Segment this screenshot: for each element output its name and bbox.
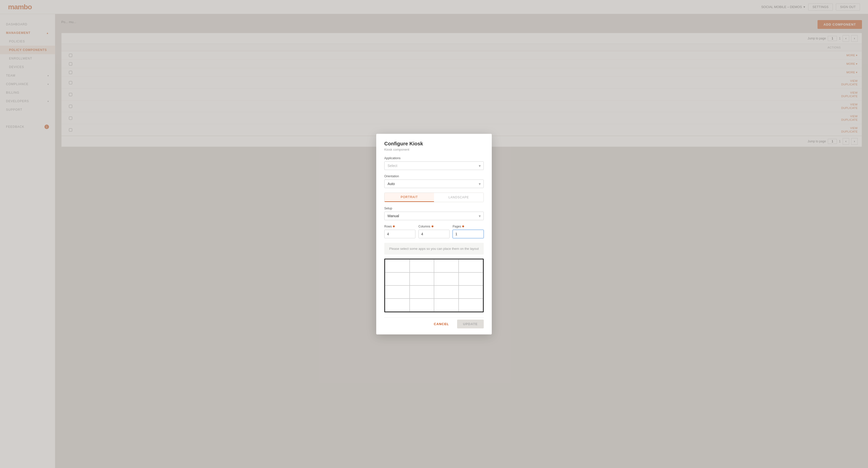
- grid-inputs: Rows ✱ Columns ✱ Pages ✱: [384, 225, 484, 238]
- landscape-button[interactable]: LANDSCAPE: [434, 193, 484, 202]
- setup-label: Setup: [384, 207, 484, 210]
- portrait-button[interactable]: PORTRAIT: [384, 193, 434, 202]
- columns-input[interactable]: [418, 230, 450, 238]
- rows-group: Rows ✱: [384, 225, 415, 238]
- modal-overlay: Configure Kiosk Kiosk component Applicat…: [0, 0, 868, 468]
- pages-input[interactable]: [453, 230, 484, 238]
- grid-cell[interactable]: [410, 259, 434, 273]
- applications-select-wrapper: Select: [384, 161, 484, 170]
- modal-title: Configure Kiosk: [384, 141, 484, 147]
- setup-select[interactable]: Manual Auto: [384, 212, 484, 220]
- orientation-select[interactable]: Auto Portrait Landscape: [384, 180, 484, 188]
- grid-cell[interactable]: [410, 299, 434, 312]
- grid-cell[interactable]: [459, 273, 483, 285]
- setup-select-wrapper: Manual Auto: [384, 212, 484, 220]
- cancel-button[interactable]: CANCEL: [429, 320, 454, 329]
- modal-subtitle: Kiosk component: [384, 148, 484, 151]
- grid-cell[interactable]: [385, 285, 410, 299]
- grid-preview: [384, 259, 484, 312]
- orientation-group: Orientation Auto Portrait Landscape: [384, 175, 484, 188]
- grid-cell[interactable]: [434, 259, 459, 273]
- columns-required-star: ✱: [431, 225, 434, 228]
- applications-select[interactable]: Select: [384, 161, 484, 170]
- orientation-label: Orientation: [384, 175, 484, 178]
- columns-label: Columns ✱: [418, 225, 450, 228]
- grid-cell[interactable]: [434, 299, 459, 312]
- grid-cell[interactable]: [459, 285, 483, 299]
- orientation-select-wrapper: Auto Portrait Landscape: [384, 180, 484, 188]
- grid-cell[interactable]: [410, 285, 434, 299]
- applications-group: Applications Select: [384, 156, 484, 170]
- grid-cell[interactable]: [459, 259, 483, 273]
- app-hint: Please select some apps so you can place…: [384, 243, 484, 255]
- update-button[interactable]: UPDATE: [457, 320, 484, 329]
- columns-group: Columns ✱: [418, 225, 450, 238]
- grid-cell[interactable]: [410, 273, 434, 285]
- pages-required-star: ✱: [462, 225, 464, 228]
- grid-cell[interactable]: [434, 285, 459, 299]
- modal-footer: CANCEL UPDATE: [384, 317, 484, 329]
- configure-kiosk-modal: Configure Kiosk Kiosk component Applicat…: [376, 134, 492, 335]
- grid-cell[interactable]: [385, 299, 410, 312]
- orientation-toggle: PORTRAIT LANDSCAPE: [384, 193, 484, 202]
- pages-group: Pages ✱: [453, 225, 484, 238]
- rows-required-star: ✱: [393, 225, 395, 228]
- setup-group: Setup Manual Auto: [384, 207, 484, 220]
- app-hint-text: Please select some apps so you can place…: [389, 247, 479, 251]
- rows-input[interactable]: [384, 230, 415, 238]
- grid-cell[interactable]: [459, 299, 483, 312]
- grid-cell[interactable]: [385, 273, 410, 285]
- rows-label: Rows ✱: [384, 225, 415, 228]
- grid-preview-inner: [385, 259, 483, 312]
- grid-cell[interactable]: [434, 273, 459, 285]
- applications-label: Applications: [384, 156, 484, 160]
- grid-cell[interactable]: [385, 259, 410, 273]
- pages-label: Pages ✱: [453, 225, 484, 228]
